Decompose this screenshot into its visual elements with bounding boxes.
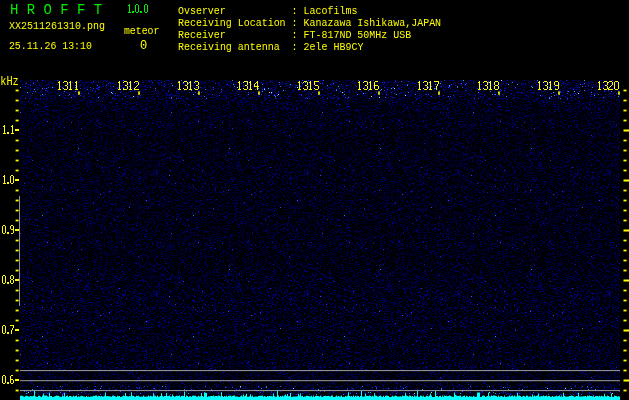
svg-text:H R O F F T: H R O F F T <box>10 1 102 19</box>
svg-text:: 2ele HB9CY: : 2ele HB9CY <box>292 41 364 53</box>
svg-text:Ovserver: Ovserver <box>178 5 226 17</box>
svg-text:kHz: kHz <box>0 75 19 89</box>
svg-text:Receiving antenna: Receiving antenna <box>178 41 280 53</box>
svg-text:: Lacofilms: : Lacofilms <box>292 5 358 17</box>
svg-text:25.11.26 13:10: 25.11.26 13:10 <box>9 40 92 52</box>
svg-text:: FT-817ND 50MHz USB: : FT-817ND 50MHz USB <box>292 29 412 41</box>
svg-text:Receiver: Receiver <box>178 29 226 41</box>
svg-text:: Kanazawa Ishikawa,JAPAN: : Kanazawa Ishikawa,JAPAN <box>292 17 442 29</box>
svg-text:meteor: meteor <box>124 25 159 37</box>
svg-text:Receiving Location: Receiving Location <box>178 17 286 29</box>
svg-text:XX2511261310.png: XX2511261310.png <box>9 19 105 32</box>
svg-text:0: 0 <box>140 39 147 53</box>
